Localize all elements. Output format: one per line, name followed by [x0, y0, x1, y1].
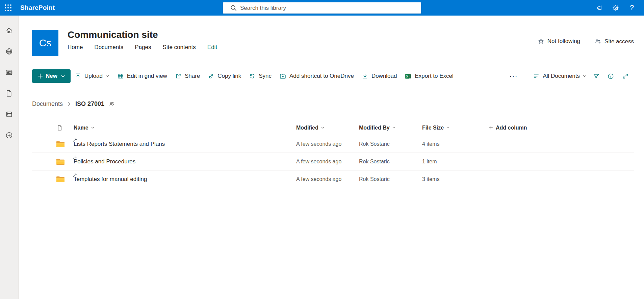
folder-name[interactable]: Policies and Procedures [74, 158, 135, 165]
follow-button[interactable]: Not following [538, 38, 580, 45]
share-label: Share [185, 73, 200, 79]
nav-item-pages[interactable]: Pages [135, 44, 151, 51]
app-launcher-waffle-icon[interactable] [0, 0, 16, 16]
share-icon [175, 73, 182, 79]
chevron-down-icon [392, 126, 396, 130]
column-header-modified[interactable]: Modified [296, 125, 359, 131]
waffle-icon [4, 4, 12, 12]
edit-grid-label: Edit in grid view [127, 73, 167, 79]
file-type-column-header[interactable] [56, 124, 74, 131]
help-button[interactable]: ? [624, 0, 640, 16]
nav-item-edit[interactable]: Edit [207, 44, 217, 51]
folder-name[interactable]: Templates for manual editing [74, 176, 147, 183]
document-icon [5, 89, 13, 97]
view-selector-label: All Documents [543, 73, 580, 79]
search-input[interactable] [240, 5, 418, 12]
view-selector-button[interactable]: All Documents [529, 69, 590, 83]
database-icon [5, 110, 13, 118]
sync-button[interactable]: Sync [245, 69, 275, 83]
nav-item-site-contents[interactable]: Site contents [163, 44, 196, 51]
main-content: Cs Communication site Home Documents Pag… [19, 16, 644, 299]
appbar-create-button[interactable] [1, 127, 17, 143]
people-add-icon [594, 38, 601, 45]
site-logo[interactable]: Cs [32, 30, 58, 56]
folder-shortcut-icon [279, 73, 286, 80]
new-button[interactable]: New [32, 69, 71, 83]
download-button[interactable]: Download [358, 69, 401, 83]
modified-by-value[interactable]: Rok Sostaric [359, 176, 422, 182]
nav-item-documents[interactable]: Documents [94, 44, 123, 51]
chevron-down-icon [105, 74, 109, 78]
new-button-label: New [46, 73, 57, 79]
appbar-home-button[interactable] [1, 22, 17, 39]
search-icon [230, 5, 237, 11]
folder-members-button[interactable] [108, 101, 115, 107]
svg-text:X: X [406, 75, 409, 78]
folder-row[interactable]: Policies and Procedures A few seconds ag… [32, 153, 634, 170]
appbar-sites-button[interactable] [1, 43, 17, 60]
new-item-sparkle-icon [73, 172, 77, 179]
folder-icon [56, 140, 65, 148]
chevron-down-icon [91, 126, 95, 130]
link-icon [208, 73, 214, 79]
more-commands-button[interactable]: ··· [505, 72, 522, 80]
document-icon [56, 124, 63, 131]
export-to-excel-button[interactable]: X Export to Excel [401, 69, 457, 83]
new-item-sparkle-icon [73, 155, 77, 161]
modified-value: A few seconds ago [296, 159, 359, 165]
excel-icon: X [405, 73, 412, 80]
nav-item-home[interactable]: Home [68, 44, 83, 51]
upload-label: Upload [84, 73, 103, 79]
appbar-news-button[interactable] [1, 64, 17, 80]
settings-button[interactable] [608, 0, 624, 16]
app-name[interactable]: SharePoint [20, 4, 55, 12]
edit-in-grid-view-button[interactable]: Edit in grid view [113, 69, 171, 83]
gear-icon [612, 4, 619, 12]
folder-icon [56, 158, 65, 166]
follow-label: Not following [547, 38, 580, 45]
ellipsis-icon: ··· [509, 72, 518, 79]
star-icon [538, 38, 544, 45]
grid-icon [117, 73, 124, 79]
upload-icon [75, 73, 81, 79]
copy-link-button[interactable]: Copy link [204, 69, 245, 83]
globe-icon [5, 47, 13, 55]
add-column-button[interactable]: Add column [489, 125, 634, 131]
folder-row[interactable]: Templates for manual editing A few secon… [32, 170, 634, 188]
folder-icon [56, 175, 65, 183]
folder-row[interactable]: Lists Reports Statements and Plans A few… [32, 135, 634, 153]
site-nav: Home Documents Pages Site contents Edit [68, 44, 229, 51]
chevron-down-icon [583, 74, 587, 78]
question-mark-icon: ? [630, 3, 634, 12]
filter-button[interactable] [591, 69, 605, 83]
appbar-lists-button[interactable] [1, 106, 17, 122]
site-access-button[interactable]: Site access [594, 38, 634, 45]
modified-by-value[interactable]: Rok Sostaric [359, 159, 422, 165]
column-header-modified-by[interactable]: Modified By [359, 125, 422, 131]
column-header-name[interactable]: Name [74, 125, 296, 131]
add-shortcut-onedrive-button[interactable]: Add shortcut to OneDrive [276, 69, 358, 83]
expand-view-button[interactable] [620, 69, 634, 83]
breadcrumb-current-folder[interactable]: ISO 27001 [75, 100, 104, 108]
folder-name[interactable]: Lists Reports Statements and Plans [74, 141, 165, 147]
expand-diagonal-icon [622, 73, 629, 79]
share-button[interactable]: Share [171, 69, 204, 83]
document-library-list: Name Modified Modified By File Size [32, 120, 634, 188]
announcements-button[interactable] [591, 0, 608, 16]
site-header: Cs Communication site Home Documents Pag… [19, 16, 644, 65]
modified-by-value[interactable]: Rok Sostaric [359, 141, 422, 147]
site-title[interactable]: Communication site [68, 30, 229, 40]
upload-button[interactable]: Upload [71, 69, 113, 83]
list-header-row: Name Modified Modified By File Size [32, 120, 634, 135]
appbar-files-button[interactable] [1, 85, 17, 101]
export-excel-label: Export to Excel [415, 73, 453, 79]
file-size-value: 4 items [422, 141, 489, 147]
breadcrumb-documents[interactable]: Documents [32, 100, 63, 108]
details-info-button[interactable] [605, 69, 619, 83]
file-size-value: 3 items [422, 176, 489, 182]
search-box[interactable] [223, 2, 421, 14]
news-icon [5, 68, 13, 76]
site-header-actions: Not following Site access [523, 38, 634, 65]
column-header-file-size[interactable]: File Size [422, 125, 489, 131]
add-shortcut-label: Add shortcut to OneDrive [289, 73, 354, 79]
